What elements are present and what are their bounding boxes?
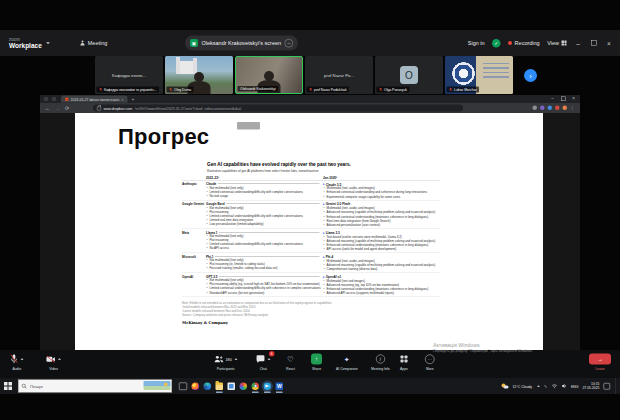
leave-button[interactable]: → Leave xyxy=(589,353,611,370)
avatar: O xyxy=(400,66,418,84)
share-screen-button[interactable]: ↑ Share xyxy=(311,353,322,370)
chrome-icon[interactable] xyxy=(252,382,260,390)
gen-ai-exhibit: Gen AI capabilities have evolved rapidly… xyxy=(182,161,440,325)
screen-share-badge[interactable]: ▣ Oleksandr Krakovetskyi's screen – xyxy=(185,36,298,51)
close-button[interactable]: × xyxy=(605,39,613,47)
back-icon[interactable]: ← xyxy=(45,105,50,111)
react-button[interactable]: ♡ React xyxy=(286,353,295,370)
extension-icon[interactable] xyxy=(555,105,560,110)
forward-icon[interactable]: → xyxy=(55,105,60,111)
profile-avatar[interactable] xyxy=(563,105,568,110)
audio-options-chevron[interactable] xyxy=(21,358,24,360)
table-row: OpenAI GPT-3.5 Not multimodal (text only… xyxy=(182,273,440,297)
browser-maximize-button[interactable] xyxy=(561,96,566,101)
vendor-label: OpenAI xyxy=(182,274,204,295)
camera-off-icon xyxy=(46,355,56,363)
extensions-icon[interactable] xyxy=(533,105,538,110)
start-button[interactable] xyxy=(4,382,12,390)
photos-icon[interactable] xyxy=(240,382,248,390)
extension-icon[interactable] xyxy=(548,105,553,110)
address-bar[interactable]: www.dropbox.com /scl/fi/t7jxqqyvfhfsyq/2… xyxy=(93,105,463,112)
sign-in-button[interactable]: Sign in xyxy=(468,40,485,46)
firefox-icon[interactable] xyxy=(192,382,200,390)
ellipsis-icon: ··· xyxy=(425,354,435,364)
store-icon[interactable] xyxy=(228,382,236,390)
meeting-person-icon xyxy=(80,41,85,46)
browser-minimize-button[interactable]: – xyxy=(551,96,554,101)
browser-tab[interactable]: 2023-05-27 фінал презентація × xyxy=(61,96,128,103)
browser-close-button[interactable]: × xyxy=(572,96,575,101)
model-name: Claude xyxy=(206,182,216,186)
video-options-chevron[interactable] xyxy=(58,358,61,360)
mic-muted-icon xyxy=(379,88,383,92)
browser-profile-icon[interactable] xyxy=(52,97,56,101)
mic-muted-icon xyxy=(449,88,453,92)
word-icon[interactable]: W xyxy=(276,382,284,390)
shield-check-icon: ✓ xyxy=(492,39,501,48)
participant-tile[interactable]: Кафедра еконо... Кафедра економіки та уп… xyxy=(95,56,163,94)
chat-button[interactable]: 6 Chat xyxy=(256,353,271,370)
pen-icon[interactable]: ✎ xyxy=(544,384,547,389)
tab-title: 2023-05-27 фінал презентація xyxy=(71,97,120,101)
apps-button[interactable]: Apps xyxy=(400,353,408,370)
language-indicator[interactable]: ENG xyxy=(571,384,579,388)
pause-share-icon[interactable]: – xyxy=(285,39,294,48)
participant-tile[interactable]: prof Nazar Po... prof Nazar Podolchak xyxy=(305,56,373,94)
search-input[interactable]: Пошук xyxy=(18,380,172,393)
model-name: OpenAI o1 xyxy=(326,275,341,279)
arrow-icon: ▸ xyxy=(323,230,325,234)
participant-tile[interactable]: Oleg Duma xyxy=(165,56,233,94)
model-name: Gemini 2.0 Flash xyxy=(326,202,351,206)
participant-name-label: prof Nazar Podolchak xyxy=(307,87,350,93)
model-name: Llama 1 xyxy=(206,230,218,234)
desktop-root: zoom Workplace Meeting ▣ Oleksandr Krako… xyxy=(0,0,620,420)
chevron-down-icon[interactable] xyxy=(46,42,50,45)
tab-close-icon[interactable]: × xyxy=(121,97,123,102)
viewer-ui-fragment xyxy=(237,122,260,130)
video-button[interactable]: Video xyxy=(46,353,61,370)
table-row: Meta Llama 1 Not multimodal (text only) … xyxy=(182,229,440,253)
telegram-icon[interactable] xyxy=(264,382,272,390)
taskbar-clock[interactable]: 10:15 27.05.2025 xyxy=(582,382,599,390)
university-emblem-image xyxy=(452,62,475,85)
windows-taskbar: Пошук W 11°C Cloudy ✎ ENG 10:15 27.05.20… xyxy=(0,378,620,394)
show-desktop-button[interactable] xyxy=(615,378,617,394)
tab-meeting[interactable]: Meeting xyxy=(80,40,108,46)
next-participants-button[interactable]: › xyxy=(524,69,537,82)
weather-text[interactable]: 11°C Cloudy xyxy=(513,384,532,388)
heart-icon: ♡ xyxy=(287,355,294,364)
task-view-icon[interactable] xyxy=(179,382,187,390)
minimize-button[interactable]: – xyxy=(574,39,582,47)
volume-icon[interactable] xyxy=(561,384,567,389)
participant-tile[interactable]: O Olga Panasyuk xyxy=(375,56,443,94)
recording-indicator: Recording xyxy=(508,40,540,46)
chat-options-chevron[interactable] xyxy=(268,358,271,360)
system-tray: 11°C Cloudy ✎ ENG 10:15 27.05.2025 xyxy=(502,378,617,394)
network-icon[interactable] xyxy=(551,384,557,389)
audio-button[interactable]: Audio xyxy=(10,353,24,370)
weather-icon[interactable] xyxy=(502,384,509,389)
more-button[interactable]: ··· More xyxy=(425,353,435,370)
ai-companion-button[interactable]: ✦ AI Companion xyxy=(336,353,358,370)
sparkle-icon: ✦ xyxy=(344,355,350,363)
participant-tile[interactable]: Lubov Morchar xyxy=(445,56,513,94)
new-tab-button[interactable]: + xyxy=(132,96,135,102)
maximize-button[interactable] xyxy=(590,39,598,47)
action-center-icon[interactable] xyxy=(604,383,611,390)
file-explorer-icon[interactable] xyxy=(216,382,224,390)
tray-expand-chevron[interactable] xyxy=(537,385,540,387)
participants-options-chevron[interactable] xyxy=(234,358,237,360)
participant-name-label: Кафедра економіки та управлін... xyxy=(97,87,160,93)
extension-icon[interactable] xyxy=(540,105,545,110)
news-weather-widget[interactable] xyxy=(144,381,171,390)
view-button[interactable]: View xyxy=(547,40,566,46)
edge-icon[interactable] xyxy=(204,382,212,390)
tab-search-icon[interactable] xyxy=(44,97,48,101)
meeting-info-button[interactable]: i Meeting Info xyxy=(371,353,390,370)
exhibit-footnotes: Note: Exhibit is not intended as an eval… xyxy=(182,300,440,317)
participants-button[interactable]: 180 Participants xyxy=(214,353,237,370)
reload-icon[interactable]: ⟳ xyxy=(65,105,69,111)
browser-menu-icon[interactable]: ⋮ xyxy=(570,105,575,110)
participant-tile-active-speaker[interactable]: Oleksandr Krakovetskyi xyxy=(235,56,303,94)
zoom-workplace-brand[interactable]: zoom Workplace xyxy=(9,38,42,49)
